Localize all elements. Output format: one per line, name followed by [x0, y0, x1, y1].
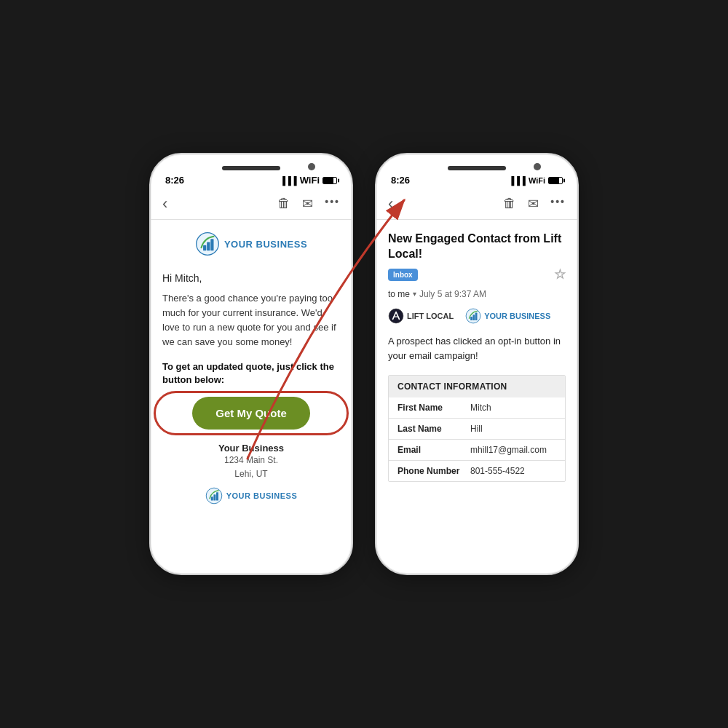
to-me-chevron[interactable]: ▾: [413, 290, 416, 298]
sender-your-business: YOUR BUSINESS: [465, 308, 550, 324]
your-business-icon-right: [465, 308, 481, 324]
footer-business-name: Your Business: [162, 443, 340, 454]
battery-icon-right: [548, 177, 563, 184]
value-lastname: Hill: [470, 424, 483, 434]
to-me-label: to me: [388, 289, 410, 299]
label-firstname: First Name: [397, 403, 470, 413]
delete-button-right[interactable]: 🗑: [503, 196, 516, 212]
cta-button-wrapper: Get My Quote: [162, 397, 340, 430]
label-email: Email: [397, 445, 470, 455]
email-meta: to me ▾ July 5 at 9:37 AM: [388, 289, 566, 299]
svg-rect-7: [216, 493, 218, 501]
status-time-left: 8:26: [165, 175, 184, 186]
sender-lift-local: LIFT LOCAL: [388, 308, 454, 324]
svg-rect-11: [473, 314, 475, 320]
value-phone: 801-555-4522: [470, 466, 525, 476]
contact-row-lastname: Last Name Hill: [389, 419, 565, 440]
get-quote-button[interactable]: Get My Quote: [192, 397, 310, 430]
your-business-text-right: YOUR BUSINESS: [484, 312, 550, 320]
footer-logo: YOUR BUSINESS: [162, 487, 340, 505]
email-body-left: YOUR BUSINESS Hi Mitch, There's a good c…: [151, 220, 352, 574]
toolbar-left: ‹ 🗑 ✉ •••: [151, 190, 352, 220]
label-phone: Phone Number: [397, 466, 470, 476]
status-time-right: 8:26: [391, 175, 410, 186]
svg-rect-12: [475, 313, 478, 320]
svg-rect-1: [203, 245, 206, 251]
svg-rect-2: [207, 242, 210, 250]
phone-left: 8:26 ▐▐▐ WiFi ‹ 🗑 ✉ •••: [149, 153, 353, 575]
signal-icon-right: ▐▐▐: [508, 176, 525, 185]
contact-row-firstname: First Name Mitch: [389, 397, 565, 419]
svg-rect-5: [211, 497, 213, 501]
phone-right: 8:26 ▐▐▐ WiFi ‹ 🗑 ✉ ••• New Engaged Cont…: [375, 153, 579, 575]
svg-rect-6: [213, 495, 215, 501]
star-icon[interactable]: ☆: [554, 266, 566, 283]
battery-icon-left: [323, 177, 337, 184]
more-button-right[interactable]: •••: [550, 196, 566, 212]
status-icons-right: ▐▐▐ WiFi: [508, 176, 563, 185]
label-lastname: Last Name: [397, 424, 470, 434]
sender-logos: LIFT LOCAL YOUR BUSINESS: [388, 308, 566, 324]
svg-rect-3: [210, 239, 213, 250]
email-subject-container: New Engaged Contact from Lift Local! Inb…: [388, 232, 566, 283]
email-paragraph: There's a good chance you're paying too …: [162, 291, 340, 350]
footer-address1: 1234 Main St.: [162, 454, 340, 467]
more-button-left[interactable]: •••: [325, 196, 340, 212]
delete-button-left[interactable]: 🗑: [277, 196, 290, 212]
email-body-right: New Engaged Contact from Lift Local! Inb…: [376, 220, 577, 574]
inbox-badge: Inbox: [388, 269, 418, 281]
back-button-left[interactable]: ‹: [162, 194, 167, 213]
mail-button-left[interactable]: ✉: [302, 196, 313, 212]
email-date: July 5 at 9:37 AM: [419, 289, 486, 299]
signal-icon-left: ▐▐▐: [280, 176, 296, 185]
wifi-icon-left: WiFi: [300, 175, 320, 186]
email-cta-text: To get an updated quote, just click the …: [162, 360, 340, 387]
arrow-overlay: [0, 0, 728, 728]
status-bar-right: 8:26 ▐▐▐ WiFi: [376, 154, 577, 190]
business-logo-icon-left: [195, 232, 220, 256]
scene: 8:26 ▐▐▐ WiFi ‹ 🗑 ✉ •••: [0, 0, 728, 728]
value-email: mhill17@gmail.com: [470, 445, 547, 455]
footer-logo-text: YOUR BUSINESS: [226, 491, 298, 500]
toolbar-actions-left: 🗑 ✉ •••: [277, 196, 340, 212]
footer-address2: Lehi, UT: [162, 467, 340, 481]
svg-rect-10: [470, 317, 472, 320]
contact-section: CONTACT INFORMATION First Name Mitch Las…: [388, 375, 566, 482]
contact-row-email: Email mhill17@gmail.com: [389, 440, 565, 461]
toolbar-actions-right: 🗑 ✉ •••: [503, 196, 566, 212]
footer-logo-icon: [205, 487, 223, 505]
lift-local-text: LIFT LOCAL: [407, 312, 454, 320]
subject-line: New Engaged Contact from Lift Local! Inb…: [388, 232, 566, 283]
lift-local-icon: [388, 308, 404, 324]
status-icons-left: ▐▐▐ WiFi: [280, 175, 337, 186]
email-footer: Your Business 1234 Main St. Lehi, UT YOU…: [162, 443, 340, 505]
status-bar-left: 8:26 ▐▐▐ WiFi: [151, 154, 352, 190]
toolbar-right: ‹ 🗑 ✉ •••: [376, 190, 577, 220]
value-firstname: Mitch: [470, 403, 491, 413]
email-intro-text: A prospect has clicked an opt-in button …: [388, 334, 566, 363]
contact-header: CONTACT INFORMATION: [389, 376, 565, 397]
wifi-icon-right: WiFi: [529, 176, 545, 185]
svg-point-8: [389, 309, 403, 323]
email-logo-left: YOUR BUSINESS: [162, 232, 340, 262]
back-button-right[interactable]: ‹: [388, 194, 393, 213]
mail-button-right[interactable]: ✉: [528, 196, 539, 212]
business-logo-text-left: YOUR BUSINESS: [224, 239, 307, 250]
email-greeting: Hi Mitch,: [162, 272, 340, 284]
contact-row-phone: Phone Number 801-555-4522: [389, 461, 565, 481]
subject-text: New Engaged Contact from Lift Local!: [388, 232, 566, 262]
